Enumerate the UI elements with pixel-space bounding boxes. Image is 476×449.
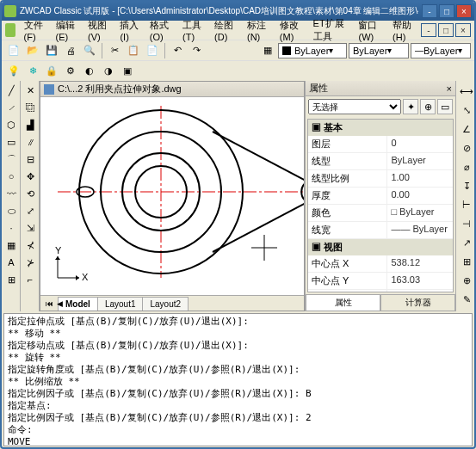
doc-restore-button[interactable]: □ (438, 23, 454, 37)
color-select[interactable]: ByLayer ▾ (349, 43, 409, 58)
circle-icon[interactable]: ○ (3, 169, 19, 184)
selectobj-icon[interactable]: ▭ (437, 99, 453, 114)
props-close-icon[interactable]: × (447, 83, 452, 94)
prop-row[interactable]: 图层0 (308, 136, 453, 153)
copy-icon[interactable]: 📋 (125, 42, 142, 59)
rotate-icon[interactable]: ⟲ (22, 186, 38, 201)
pickadd-icon[interactable]: ⊕ (420, 99, 436, 114)
dim-leader-icon[interactable]: ↗ (458, 234, 475, 251)
rect-icon[interactable]: ▭ (3, 134, 19, 150)
lock-icon[interactable]: 🔒 (43, 63, 60, 80)
prop-row[interactable]: 厚度0.00 (308, 188, 453, 205)
arc-icon[interactable]: ⌒ (3, 151, 19, 167)
close-button[interactable]: × (456, 4, 472, 18)
prop-row[interactable]: 中心点 Y163.03 (308, 273, 453, 290)
spline-icon[interactable]: 〰 (3, 186, 19, 201)
menu-tools[interactable]: 工具(T) (178, 17, 209, 44)
extend-icon[interactable]: ⊁ (22, 255, 38, 270)
ellipse-icon[interactable]: ⬭ (3, 203, 19, 218)
prop-row[interactable]: 中心点 X538.12 (308, 255, 453, 273)
tab-prev[interactable]: ◀ (53, 297, 66, 311)
polygon-icon[interactable]: ⬡ (3, 117, 19, 132)
minimize-button[interactable]: - (422, 4, 437, 18)
freeze-icon[interactable]: ❄ (24, 63, 41, 80)
prop-row[interactable]: 中心点 Z0 (308, 290, 453, 292)
command-history[interactable]: 指定拉伸点或 [基点(B)/复制(C)/放弃(U)/退出(X)]:** 移动 *… (3, 313, 473, 446)
cut-icon[interactable]: ✂ (106, 42, 123, 59)
fillet-icon[interactable]: ⌐ (22, 272, 38, 287)
undo-icon[interactable]: ↶ (169, 42, 186, 59)
tab-layout1[interactable]: Layout1 (97, 297, 144, 311)
layer-icon[interactable]: ▦ (259, 42, 276, 59)
erase-icon[interactable]: ✕ (22, 83, 38, 98)
move-icon[interactable]: ✥ (22, 169, 38, 184)
layer-select[interactable]: ByLayer ▾ (278, 43, 347, 58)
tool4-icon[interactable]: ▣ (119, 63, 136, 80)
dim-angular-icon[interactable]: ∠ (458, 120, 475, 138)
hatch-icon[interactable]: ▦ (3, 237, 19, 253)
doc-minimize-button[interactable]: - (421, 23, 436, 37)
new-icon[interactable]: 📄 (5, 42, 22, 59)
tab-properties[interactable]: 属性 (306, 294, 380, 311)
mirror-icon[interactable]: ▟ (22, 117, 38, 132)
tab-calculator[interactable]: 计算器 (380, 294, 455, 311)
print-icon[interactable]: 🖨 (62, 42, 79, 59)
dim-radius-icon[interactable]: ⊘ (458, 139, 475, 157)
dim-base-icon[interactable]: ⊣ (458, 215, 475, 232)
menu-format[interactable]: 格式(O) (145, 17, 177, 44)
stretch-icon[interactable]: ⇲ (22, 220, 38, 236)
copy2-icon[interactable]: ⿻ (22, 100, 38, 115)
offset-icon[interactable]: ⫽ (22, 134, 38, 150)
line-icon[interactable]: ╱ (3, 83, 19, 98)
preview-icon[interactable]: 🔍 (81, 42, 98, 59)
tool3-icon[interactable]: ◑ (100, 63, 117, 80)
trim-icon[interactable]: ⊀ (22, 237, 38, 253)
array-icon[interactable]: ⊟ (22, 151, 38, 167)
drawing-canvas[interactable]: XY (40, 97, 304, 295)
prop-row[interactable]: 线宽—— ByLayer (308, 222, 453, 239)
menu-help[interactable]: 帮助(H) (388, 17, 420, 44)
selection-select[interactable]: 无选择 (308, 99, 401, 114)
table-icon[interactable]: ⊞ (3, 272, 19, 287)
open-icon[interactable]: 📂 (24, 42, 41, 59)
text-icon[interactable]: A (3, 255, 19, 270)
prop-row[interactable]: 线型ByLayer (308, 153, 453, 170)
dim-tol-icon[interactable]: ⊞ (458, 253, 475, 270)
menu-modify[interactable]: 修改(M) (275, 17, 308, 44)
prop-row[interactable]: 线型比例1.00 (308, 170, 453, 188)
window-title: ZWCAD Classic 试用版 - [C:\Users\Administra… (20, 5, 418, 17)
prop-category[interactable]: ▣ 视图 (308, 239, 453, 255)
dim-linear-icon[interactable]: ⟷ (458, 83, 475, 100)
dim-diameter-icon[interactable]: ⌀ (458, 158, 475, 175)
dim-ord-icon[interactable]: ↧ (458, 177, 475, 194)
quickselect-icon[interactable]: ✦ (403, 99, 418, 114)
menu-window[interactable]: 窗口(W) (354, 17, 387, 44)
pline-icon[interactable]: ⟋ (3, 100, 19, 115)
menu-view[interactable]: 视图(V) (83, 17, 114, 44)
ltype-select[interactable]: — ByLayer ▾ (411, 43, 471, 58)
menu-draw[interactable]: 绘图(D) (210, 17, 242, 44)
menu-file[interactable]: 文件(F) (20, 17, 51, 44)
menu-et[interactable]: ET扩展工具 (309, 15, 354, 45)
dim-edit-icon[interactable]: ✎ (458, 291, 475, 308)
maximize-button[interactable]: □ (439, 4, 454, 18)
save-icon[interactable]: 💾 (43, 42, 60, 59)
menu-insert[interactable]: 插入(I) (115, 17, 144, 44)
lightbulb-icon[interactable]: 💡 (5, 63, 22, 80)
tab-layout2[interactable]: Layout2 (142, 297, 189, 311)
dim-aligned-icon[interactable]: ⤡ (458, 101, 475, 119)
tool-icon[interactable]: ⚙ (62, 63, 79, 80)
doc-close-button[interactable]: × (455, 23, 471, 37)
dim-cont-icon[interactable]: ⊢ (458, 196, 475, 213)
menu-edit[interactable]: 编辑(E) (52, 17, 83, 44)
point-icon[interactable]: · (3, 220, 19, 236)
scale-icon[interactable]: ⤢ (22, 203, 38, 218)
paste-icon[interactable]: 📄 (144, 42, 161, 59)
property-grid[interactable]: ▣ 基本图层0线型ByLayer线型比例1.00厚度0.00颜色□ ByLaye… (307, 119, 454, 292)
prop-row[interactable]: 颜色□ ByLayer (308, 205, 453, 222)
menu-dim[interactable]: 标注(N) (243, 17, 275, 44)
redo-icon[interactable]: ↷ (188, 42, 205, 59)
dim-center-icon[interactable]: ⊕ (458, 272, 475, 289)
prop-category[interactable]: ▣ 基本 (308, 120, 453, 136)
tool2-icon[interactable]: ◐ (81, 63, 98, 80)
